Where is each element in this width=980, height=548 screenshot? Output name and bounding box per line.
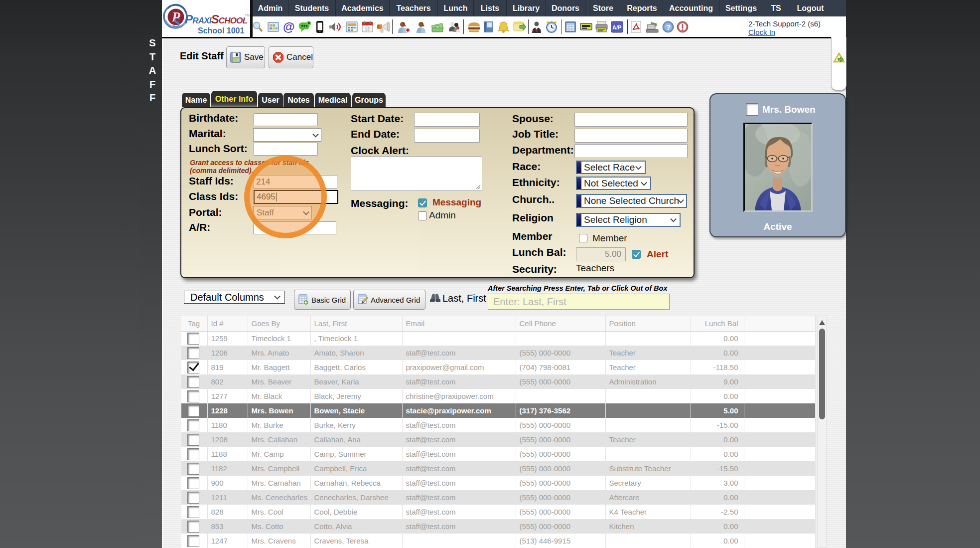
svg-text:A/P: A/P xyxy=(612,24,621,30)
svg-text:@: @ xyxy=(283,21,294,33)
svg-text:PRAXISCHOOL: PRAXISCHOOL xyxy=(185,12,248,26)
svg-text:S: S xyxy=(173,15,180,30)
svg-text:12: 12 xyxy=(365,26,370,31)
svg-text:TM: TM xyxy=(245,13,250,17)
svg-text:School 1001: School 1001 xyxy=(198,26,244,35)
svg-text:?: ? xyxy=(666,23,671,31)
